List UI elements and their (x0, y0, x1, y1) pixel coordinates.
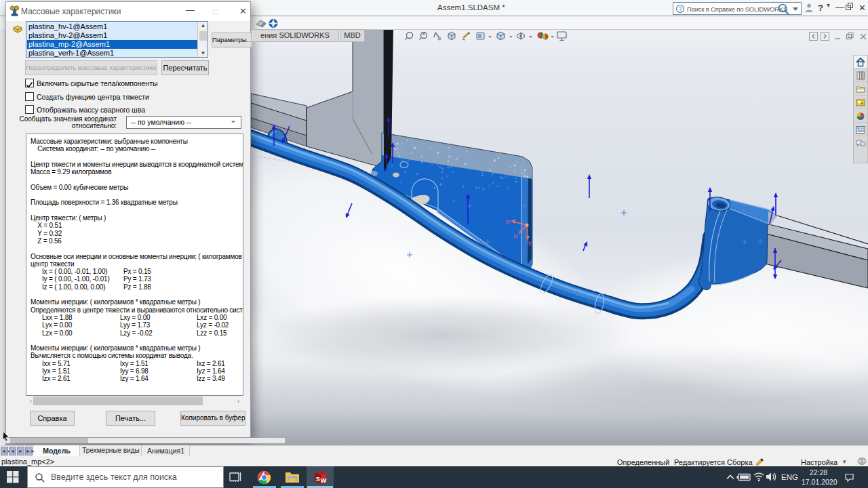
svg-text:S: S (316, 475, 320, 483)
svg-text:Ix: Ix (505, 218, 511, 225)
svg-text:Iy: Iy (527, 239, 532, 246)
svg-text:?: ? (679, 5, 682, 12)
svg-text:Iz: Iz (513, 232, 519, 239)
svg-text:W: W (321, 476, 327, 484)
